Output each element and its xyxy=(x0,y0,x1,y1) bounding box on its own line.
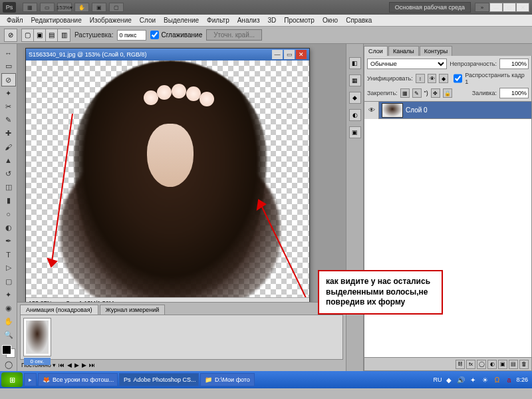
stamp-tool[interactable]: ▲ xyxy=(1,154,16,167)
adjustment-layer-icon[interactable]: ◐ xyxy=(487,360,497,369)
layer-row-0[interactable]: 👁 Слой 0 xyxy=(364,102,531,119)
tray-icon-1[interactable]: ◆ xyxy=(444,375,454,384)
layer-name[interactable]: Слой 0 xyxy=(406,106,428,114)
selection-new-icon[interactable]: ▢ xyxy=(22,29,34,41)
lasso-tool[interactable]: ⊘ xyxy=(1,73,16,86)
tray-icon-4[interactable]: ☀ xyxy=(480,375,489,384)
menu-edit[interactable]: Редактирование xyxy=(27,15,86,25)
new-layer-icon[interactable]: ▤ xyxy=(509,360,518,369)
opacity-input[interactable] xyxy=(499,59,529,69)
document-titlebar[interactable]: S1563340_91.jpg @ 153% (Слой 0, RGB/8) —… xyxy=(26,49,309,61)
quicklaunch-icon[interactable]: ▸ xyxy=(24,373,37,386)
lasso-tool-icon[interactable]: ⊘ xyxy=(4,29,17,42)
frame-time-label[interactable]: 0 сек. xyxy=(24,358,51,365)
move-tool[interactable]: ↔ xyxy=(1,47,16,59)
selection-subtract-icon[interactable]: ▤ xyxy=(46,29,58,41)
last-frame-icon[interactable]: ⏭ xyxy=(89,362,95,368)
doc-maximize-button[interactable]: ▭ xyxy=(284,50,295,59)
menu-filter[interactable]: Фильтр xyxy=(203,15,233,25)
tab-animation[interactable]: Анимация (покадровая) xyxy=(20,305,98,315)
menu-layer[interactable]: Слои xyxy=(136,15,160,25)
refine-edge-button[interactable]: Уточн. край... xyxy=(206,29,262,41)
tray-icon-6[interactable]: a xyxy=(504,375,513,384)
lock-transparency-icon[interactable]: ▦ xyxy=(400,88,410,98)
arrange-icon[interactable]: ▣ xyxy=(92,3,106,12)
layer-mask-icon[interactable]: ◯ xyxy=(477,360,486,369)
tab-paths[interactable]: Контуры xyxy=(420,46,452,56)
delete-layer-icon[interactable]: 🗑 xyxy=(519,360,529,369)
tray-icon-5[interactable]: Ω xyxy=(492,375,501,384)
rail-icon-adjust[interactable]: ◐ xyxy=(349,109,361,121)
clock[interactable]: 8:26 xyxy=(516,376,528,383)
bridge-icon[interactable]: ▦ xyxy=(23,3,37,12)
selection-intersect-icon[interactable]: ▥ xyxy=(58,29,70,41)
menu-analysis[interactable]: Анализ xyxy=(233,15,264,25)
layer-group-icon[interactable]: ▣ xyxy=(498,360,507,369)
pen-tool[interactable]: ✒ xyxy=(1,235,16,247)
animation-frame-1[interactable]: 0 сек. xyxy=(23,318,51,356)
shape-tool[interactable]: ▢ xyxy=(1,275,16,288)
menu-select[interactable]: Выделение xyxy=(160,15,203,25)
marquee-tool[interactable]: ▭ xyxy=(1,60,16,72)
tab-channels[interactable]: Каналы xyxy=(388,46,419,56)
document-canvas[interactable] xyxy=(26,61,309,297)
start-button[interactable]: ⊞ xyxy=(1,372,23,387)
color-swatches[interactable] xyxy=(2,345,15,358)
tray-icon-2[interactable]: 🔊 xyxy=(456,375,466,384)
rail-icon-color[interactable]: ◧ xyxy=(349,57,361,69)
antialias-checkbox[interactable]: Сглаживание xyxy=(150,31,202,39)
quickmask-toggle[interactable]: ◯ xyxy=(1,358,16,371)
blend-mode-dropdown[interactable]: Обычные xyxy=(367,59,447,69)
lock-all-icon[interactable]: 🔒 xyxy=(443,88,452,98)
unify-position-icon[interactable]: ↕ xyxy=(416,74,425,83)
rail-icon-swatches[interactable]: ▦ xyxy=(349,74,361,86)
unify-style-icon[interactable]: ◆ xyxy=(439,74,448,83)
eraser-tool[interactable]: ◫ xyxy=(1,181,16,194)
first-frame-icon[interactable]: ⏮ xyxy=(59,362,65,368)
propagate-frame-checkbox[interactable] xyxy=(454,73,462,84)
eyedropper-tool[interactable]: ✎ xyxy=(1,114,16,126)
dodge-tool[interactable]: ◐ xyxy=(1,221,16,234)
play-icon[interactable]: ▶ xyxy=(74,362,79,368)
close-button[interactable]: ✕ xyxy=(516,3,529,12)
prev-frame-icon[interactable]: ◀ xyxy=(67,362,72,368)
screen-mode-icon[interactable]: ▢ xyxy=(109,3,124,12)
zoom-level-dropdown[interactable]: 153% ▾ xyxy=(57,3,72,12)
expand-icon[interactable]: » xyxy=(475,3,489,12)
workspace-switcher[interactable]: Основная рабочая среда xyxy=(389,2,471,13)
menu-view[interactable]: Просмотр xyxy=(280,15,319,25)
wand-tool[interactable]: ✦ xyxy=(1,87,16,100)
layer-fx-icon[interactable]: fx xyxy=(466,360,475,369)
menu-window[interactable]: Окно xyxy=(319,15,342,25)
layers-list[interactable]: 👁 Слой 0 xyxy=(364,102,532,358)
heal-tool[interactable]: ✚ xyxy=(1,127,16,140)
antialias-check-input[interactable] xyxy=(150,31,159,39)
hand-tool[interactable]: ✋ xyxy=(1,315,16,328)
layer-thumbnail[interactable] xyxy=(382,103,403,118)
menu-file[interactable]: Файл xyxy=(3,15,27,25)
doc-close-button[interactable]: ✕ xyxy=(296,50,307,59)
taskbar-item-1[interactable]: 🦊Все уроки по фотош... xyxy=(38,373,118,386)
brush-tool[interactable]: 🖌 xyxy=(1,141,16,154)
maximize-button[interactable]: ▭ xyxy=(503,3,516,12)
next-frame-icon[interactable]: ▶ xyxy=(82,362,86,368)
view-extras-icon[interactable]: ▭ xyxy=(40,3,55,12)
path-tool[interactable]: ▷ xyxy=(1,261,16,274)
crop-tool[interactable]: ✂ xyxy=(1,100,16,113)
lock-pixels-icon[interactable]: ✎ xyxy=(412,88,422,98)
fg-color-swatch[interactable] xyxy=(2,345,11,354)
tray-icon-3[interactable]: ✦ xyxy=(468,375,477,384)
tab-layers[interactable]: Слои xyxy=(364,46,388,56)
menu-image[interactable]: Изображение xyxy=(86,15,136,25)
doc-minimize-button[interactable]: — xyxy=(272,50,283,59)
selection-add-icon[interactable]: ▣ xyxy=(34,29,46,41)
rail-icon-masks[interactable]: ▣ xyxy=(349,126,361,138)
rail-icon-styles[interactable]: ◆ xyxy=(349,92,361,104)
link-layers-icon[interactable]: ⛓ xyxy=(456,360,465,369)
taskbar-item-3[interactable]: 📁D:\Мои фото xyxy=(200,373,255,386)
tab-measurement-log[interactable]: Журнал измерений xyxy=(100,305,166,315)
hand-icon[interactable]: ✋ xyxy=(74,3,89,12)
feather-input[interactable] xyxy=(117,30,146,41)
lock-position-icon[interactable]: ✥ xyxy=(431,88,440,98)
type-tool[interactable]: T xyxy=(1,248,16,261)
